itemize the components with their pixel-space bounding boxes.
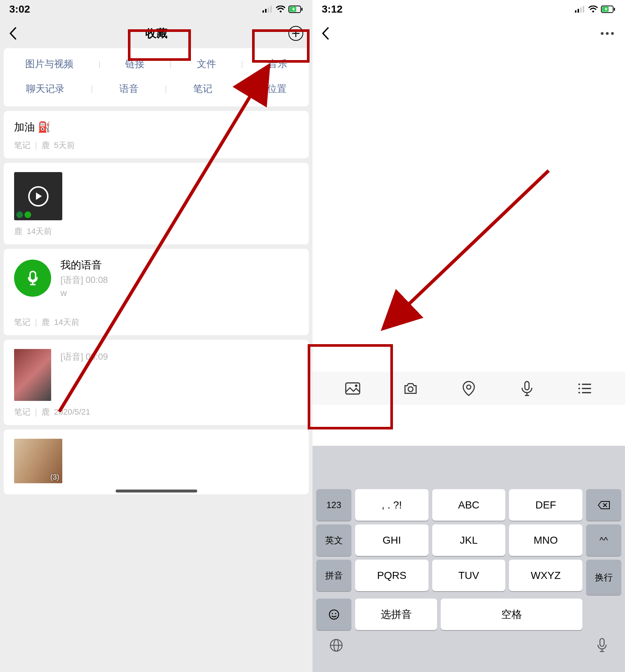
photo-count: (3) [50, 473, 59, 481]
nav-bar: 收藏 [0, 19, 312, 48]
svg-point-27 [578, 392, 580, 393]
svg-point-19 [355, 384, 357, 387]
svg-point-21 [467, 385, 471, 389]
page-title: 收藏 [145, 26, 168, 41]
key-backspace[interactable] [586, 489, 621, 521]
svg-point-31 [329, 610, 338, 619]
svg-point-25 [578, 388, 580, 389]
svg-point-32 [332, 613, 333, 614]
key-mno[interactable]: MNO [509, 524, 582, 556]
nav-bar: ••• [312, 19, 625, 48]
key-def[interactable]: DEF [509, 489, 582, 521]
microphone-icon[interactable] [519, 380, 535, 397]
wifi-icon [276, 6, 285, 13]
svg-rect-3 [270, 6, 272, 13]
key-pinyin[interactable]: 拼音 [316, 560, 351, 591]
svg-rect-12 [580, 7, 582, 13]
favorites-screen: 3:02 收藏 图片与视频| 链接| 文件| 音乐 聊天记录| 语音| 笔记| … [0, 0, 312, 672]
cat-location[interactable]: 位置 [264, 79, 290, 99]
play-icon [28, 186, 49, 207]
add-button[interactable] [288, 26, 303, 41]
status-icons [575, 6, 616, 13]
note-toolbar [312, 372, 625, 405]
svg-point-4 [280, 11, 282, 13]
key-pqrs[interactable]: PQRS [355, 560, 429, 591]
note-editor-screen: 3:12 ••• 123 [312, 0, 625, 672]
status-icons [262, 6, 303, 13]
favorite-item[interactable]: (3) [4, 429, 309, 494]
voice-play-icon[interactable] [14, 260, 51, 297]
item-title: 加油 ⛽ [14, 120, 298, 134]
camera-icon[interactable] [402, 380, 419, 397]
svg-rect-2 [268, 7, 269, 13]
cellular-icon [575, 6, 585, 13]
svg-rect-11 [578, 9, 579, 13]
photo-icon[interactable] [344, 380, 361, 397]
cat-voice[interactable]: 语音 [116, 79, 142, 99]
key-emoji[interactable] [316, 599, 351, 630]
wifi-icon [588, 6, 598, 13]
svg-point-14 [592, 11, 594, 13]
video-thumbnail[interactable] [14, 172, 62, 220]
svg-rect-18 [346, 383, 360, 394]
voice-title: 我的语音 [60, 258, 108, 272]
key-punct[interactable]: , . ?! [355, 489, 429, 521]
cat-notes[interactable]: 笔记 [190, 79, 215, 99]
favorite-item[interactable]: 我的语音 [语音] 00:08 w 笔记| 鹿 14天前 [4, 249, 309, 335]
dictation-icon[interactable] [596, 638, 608, 653]
svg-rect-7 [301, 8, 302, 11]
key-caret[interactable]: ^^ [586, 524, 621, 556]
svg-rect-37 [600, 639, 604, 646]
status-time: 3:02 [9, 3, 30, 15]
battery-icon [601, 6, 616, 13]
cellular-icon [262, 6, 273, 13]
photo-thumbnail: (3) [14, 439, 62, 483]
key-123[interactable]: 123 [316, 489, 351, 521]
key-enter[interactable]: 换行 [586, 560, 621, 595]
key-ghi[interactable]: GHI [355, 524, 429, 556]
key-english[interactable]: 英文 [316, 524, 351, 556]
location-icon[interactable] [460, 380, 477, 397]
back-button[interactable] [9, 27, 17, 40]
key-space[interactable]: 空格 [441, 599, 582, 630]
more-button[interactable]: ••• [601, 27, 616, 39]
cat-music[interactable]: 音乐 [265, 54, 290, 74]
status-bar: 3:02 [0, 0, 312, 19]
cat-images-video[interactable]: 图片与视频 [22, 54, 76, 74]
favorite-item[interactable]: 鹿 14天前 [4, 163, 309, 244]
key-jkl[interactable]: JKL [432, 524, 506, 556]
globe-icon[interactable] [329, 638, 343, 652]
favorite-item[interactable]: 加油 ⛽ 笔记| 鹿 5天前 [4, 111, 309, 158]
home-indicator [116, 490, 197, 493]
back-button[interactable] [322, 27, 329, 40]
list-icon[interactable] [576, 380, 593, 397]
key-select-pinyin[interactable]: 选拼音 [355, 599, 437, 630]
key-abc[interactable]: ABC [432, 489, 506, 521]
status-time: 3:12 [322, 3, 343, 15]
svg-rect-22 [525, 381, 529, 390]
svg-rect-1 [265, 9, 267, 13]
key-tuv[interactable]: TUV [432, 560, 506, 591]
cat-chat[interactable]: 聊天记录 [23, 79, 67, 99]
note-body[interactable] [312, 48, 625, 405]
svg-point-23 [578, 383, 580, 385]
svg-rect-13 [583, 6, 584, 13]
key-wxyz[interactable]: WXYZ [509, 560, 582, 591]
status-bar: 3:12 [312, 0, 625, 19]
svg-rect-10 [575, 10, 576, 13]
svg-rect-0 [262, 10, 264, 13]
battery-icon [288, 6, 303, 13]
category-card: 图片与视频| 链接| 文件| 音乐 聊天记录| 语音| 笔记| 位置 [4, 48, 309, 106]
svg-point-33 [335, 613, 336, 614]
favorite-item[interactable]: [语音] 00:09 笔记| 鹿 2020/5/21 [4, 340, 309, 425]
keyboard: 123 , . ?! ABC DEF 英文 GHI JKL MNO ^^ 拼音 … [312, 446, 625, 672]
photo-thumbnail [14, 349, 51, 401]
cat-files[interactable]: 文件 [194, 54, 219, 74]
cat-links[interactable]: 链接 [122, 54, 148, 74]
svg-point-20 [408, 386, 413, 391]
svg-rect-17 [614, 8, 615, 11]
